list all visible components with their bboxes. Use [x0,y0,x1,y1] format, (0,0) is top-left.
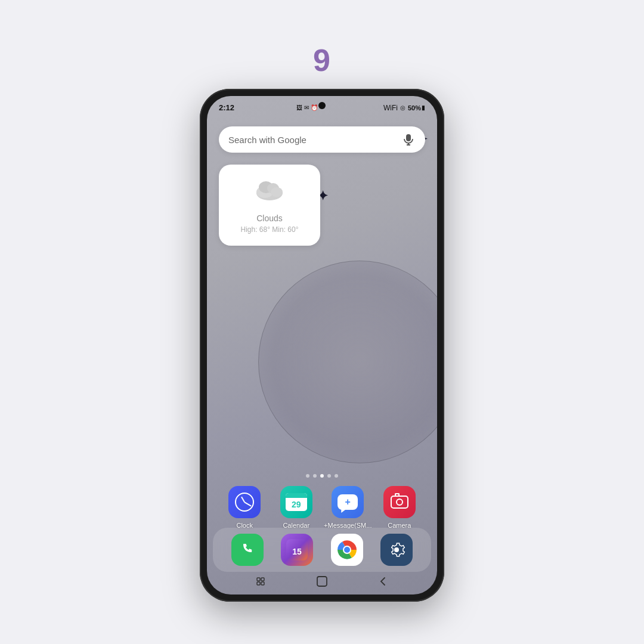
svg-point-13 [344,547,350,553]
image-icon: 🖼 [296,104,302,111]
camera-notch [318,102,326,109]
dock-chrome[interactable] [326,534,369,566]
weather-temp: High: 68° Min: 60° [241,225,299,234]
status-time: 2:12 [219,103,234,112]
nav-recent-button[interactable] [256,577,265,586]
app-clock[interactable]: Clock [223,486,266,529]
message-plus-icon: + [345,497,351,507]
app-message[interactable]: + +Message(SM... [326,486,369,529]
phone-icon[interactable] [231,534,264,566]
svg-rect-0 [406,134,411,141]
camera-lens [396,499,403,506]
search-bar[interactable]: Search with Google [219,126,425,153]
svg-text:15: 15 [292,547,302,556]
signal-icon: ◎ [400,104,405,111]
dock-oneui[interactable]: 15 [275,534,318,566]
clock-icon[interactable] [228,486,261,518]
bottom-dock: 15 [213,528,431,572]
settings-icon[interactable] [380,534,413,566]
alarm-status-icon: ⏰ [311,104,318,111]
app-dock-area: Clock 29 Calendar [207,474,437,535]
battery-icon: 50% ▮ [408,104,425,112]
status-right-icons: WiFi ◎ 50% ▮ [383,104,425,112]
nav-bar [207,573,437,590]
page-dot-5 [335,474,338,478]
calendar-header [286,493,307,498]
clock-face [235,493,254,512]
mic-icon[interactable] [401,132,416,147]
svg-point-7 [271,187,283,197]
svg-rect-18 [317,577,327,586]
svg-rect-17 [261,582,264,585]
clock-minute-hand [244,501,252,506]
weather-condition: Clouds [256,213,283,223]
message-status-icon: ✉ [304,104,309,111]
svg-rect-16 [257,582,260,585]
oneui-icon[interactable]: 15 [281,534,313,566]
camera-body [391,496,408,509]
page-dot-3 [320,474,324,478]
calendar-icon[interactable]: 29 [280,486,312,518]
phone-shell: 2:12 🖼 ✉ ⏰ • WiFi ◎ 50% ▮ ✦ [200,89,444,602]
wifi-icon: WiFi [383,104,398,112]
page-dots [207,474,437,478]
message-icon[interactable]: + [332,486,364,518]
app-calendar[interactable]: 29 Calendar [275,486,318,529]
message-bubble: + [338,494,358,510]
svg-rect-14 [257,578,260,581]
camera-icon[interactable] [383,486,416,518]
status-left-icons: 🖼 ✉ ⏰ • [296,104,322,111]
calendar-date: 29 [286,498,307,511]
camera-bump [395,493,400,496]
calendar-inner: 29 [286,493,307,511]
battery-level: ▮ [422,104,425,111]
page-dot-2 [313,474,317,478]
search-placeholder: Search with Google [228,135,401,145]
dock-settings[interactable] [375,534,418,566]
app-row: Clock 29 Calendar [207,486,437,529]
dock-phone[interactable] [226,534,269,566]
page-dot-4 [327,474,331,478]
chrome-icon[interactable] [331,534,363,566]
phone-screen: 2:12 🖼 ✉ ⏰ • WiFi ◎ 50% ▮ ✦ [207,96,437,595]
app-camera[interactable]: Camera [378,486,421,529]
nav-back-button[interactable] [379,577,388,586]
page-dot-1 [306,474,309,478]
cloud-icon [252,177,287,209]
step-number: 9 [313,42,331,78]
nav-home-button[interactable] [316,575,328,587]
page-container: 9 2:12 🖼 ✉ ⏰ • WiFi ◎ [0,0,644,644]
bg-decoration [258,261,437,463]
svg-rect-15 [261,578,264,581]
weather-widget[interactable]: Clouds High: 68° Min: 60° [219,165,320,246]
